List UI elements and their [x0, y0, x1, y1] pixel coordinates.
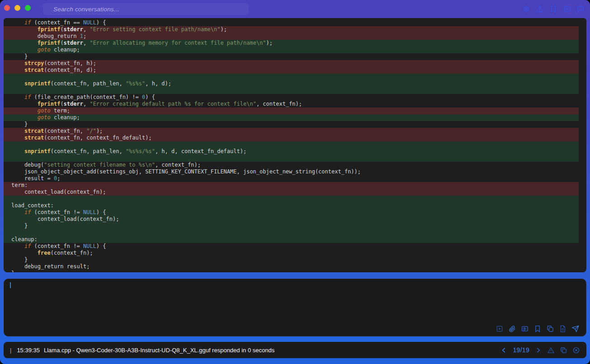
code-line: if (file_create_path(context_fn) != 0) { [4, 94, 586, 101]
attach-paperclip-icon[interactable] [508, 325, 516, 333]
code-line: fprintf(stderr, "Error creating default … [4, 101, 586, 107]
code-line: } [4, 53, 586, 60]
message-input[interactable] [4, 279, 586, 336]
code-line: strcat(context_fn, d); [4, 67, 579, 74]
code-line: cleanup: [4, 236, 579, 243]
code-line: load_context: [4, 202, 579, 209]
close-circle-icon[interactable] [572, 346, 580, 354]
status-time: 15:39:35 [17, 347, 40, 354]
code-line: if (context_fn != NULL) { [4, 243, 586, 250]
status-message: Llama.cpp - Qwen3-Coder-30B-A3B-Instruct… [44, 347, 274, 354]
code-line [4, 229, 579, 236]
document-icon[interactable] [559, 325, 567, 333]
code-line: goto cleanup; [4, 47, 579, 53]
status-actions: 19/19 [500, 346, 580, 354]
code-line: } [4, 270, 586, 272]
minimize-window-button[interactable] [14, 5, 20, 11]
code-line: if (context_fn == NULL) { [4, 19, 586, 26]
code-line: fprintf(stderr, "Error allocating memory… [4, 40, 579, 47]
warning-icon[interactable] [547, 346, 555, 354]
chat-bubble-icon[interactable] [576, 5, 585, 13]
prev-message-icon[interactable] [500, 346, 508, 354]
code-line: free(context_fn); [4, 250, 586, 257]
code-line [4, 196, 579, 202]
copy-icon[interactable] [560, 346, 567, 354]
code-line: json_object_object_add(settings_obj, SET… [4, 168, 586, 175]
code-line: debug_return result; [4, 263, 586, 270]
title-bar: Search conversations... [0, 0, 590, 18]
code-line: goto term; [4, 107, 579, 114]
code-line: context_load(context_fn); [4, 189, 579, 196]
text-caret [10, 282, 11, 288]
code-line [4, 155, 579, 162]
code-line: } [4, 121, 586, 128]
code-line [4, 74, 579, 80]
topbar-actions [522, 0, 585, 18]
bookmark-icon[interactable] [533, 325, 542, 333]
share-upload-icon[interactable] [536, 5, 544, 13]
send-icon[interactable] [571, 325, 580, 333]
code-line: strcpy(context_fn, h); [4, 60, 579, 67]
code-line: debug_return 1; [4, 33, 579, 40]
code-line: debug("setting context filename to %s\n"… [4, 162, 586, 168]
search-input[interactable]: Search conversations... [43, 3, 249, 15]
code-line: strcat(context_fn, context_fn_default); [4, 135, 579, 141]
bookmark-icon[interactable] [549, 5, 557, 13]
notes-card-icon[interactable] [563, 5, 571, 13]
code-line: if (context_fn != NULL) { [4, 209, 579, 216]
zoom-window-button[interactable] [25, 5, 31, 11]
app-window: Search conversations... [0, 0, 590, 364]
code-line [4, 141, 579, 148]
clear-input-icon[interactable] [496, 325, 504, 333]
status-bar: | 15:39:35 Llama.cpp - Qwen3-Coder-30B-A… [4, 342, 586, 358]
message-code-diff-panel[interactable]: if (context_fn == NULL) { fprintf(stderr… [4, 18, 586, 272]
code-line: context_load(context_fn); [4, 216, 579, 223]
copy-icon[interactable] [546, 325, 554, 333]
message-counter: 19/19 [513, 346, 529, 354]
code-line: strcat(context_fn, "/"); [4, 128, 579, 135]
notes-card-icon[interactable] [521, 325, 529, 333]
composer-actions [496, 325, 580, 333]
settings-gear-icon[interactable] [522, 5, 530, 13]
code-line: snprintf(context_fn, path_len, "%s%s/%s"… [4, 148, 579, 155]
code-line: goto cleanup; [4, 114, 579, 121]
code-line: } [4, 223, 579, 229]
status-separator: | [10, 347, 11, 354]
code-lines: if (context_fn == NULL) { fprintf(stderr… [4, 18, 586, 272]
close-window-button[interactable] [4, 5, 10, 11]
code-line: snprintf(context_fn, path_len, "%s%s", h… [4, 80, 579, 87]
next-message-icon[interactable] [534, 346, 542, 354]
code-line: result = 0; [4, 175, 586, 182]
code-line [4, 87, 579, 94]
search-placeholder: Search conversations... [53, 6, 119, 13]
code-line: } [4, 257, 586, 263]
code-line: fprintf(stderr, "Error setting context f… [4, 26, 579, 33]
code-line: term: [4, 182, 579, 189]
